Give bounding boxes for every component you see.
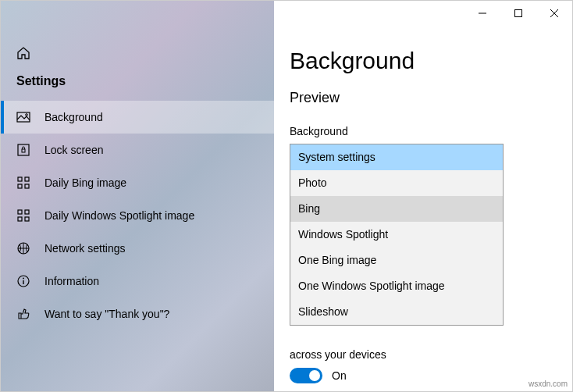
sidebar-item-daily-bing[interactable]: Daily Bing image <box>1 166 274 199</box>
dropdown-option-one-bing[interactable]: One Bing image <box>290 248 503 273</box>
svg-rect-2 <box>18 144 29 155</box>
globe-icon <box>16 241 30 255</box>
svg-rect-7 <box>25 184 29 188</box>
page-title: Background <box>290 48 572 74</box>
dropdown-option-slideshow[interactable]: Slideshow <box>290 299 503 325</box>
svg-rect-5 <box>25 177 29 181</box>
svg-rect-3 <box>22 149 25 152</box>
content: Background Preview Background System set… <box>274 1 572 326</box>
home-icon[interactable] <box>16 46 274 60</box>
sidebar-item-lock-screen[interactable]: Lock screen <box>1 134 274 166</box>
sidebar-item-background[interactable]: Background <box>1 101 274 134</box>
sidebar-item-label: Daily Bing image <box>44 176 126 189</box>
svg-rect-4 <box>18 177 22 181</box>
toggle-label: On <box>332 369 347 382</box>
svg-rect-8 <box>18 210 22 214</box>
settings-window: Settings Background Lock screen Daily Bi… <box>0 0 573 392</box>
sidebar-item-thanks[interactable]: Want to say "Thank you"? <box>1 298 274 330</box>
watermark: wsxdn.com <box>529 380 568 388</box>
svg-rect-10 <box>18 217 22 221</box>
svg-point-14 <box>23 278 24 280</box>
section-preview: Preview <box>290 90 572 106</box>
svg-rect-11 <box>25 217 29 221</box>
sidebar-item-label: Network settings <box>44 242 125 255</box>
grid-icon <box>16 176 30 190</box>
thumbs-up-icon <box>16 307 30 321</box>
picture-icon <box>16 110 30 124</box>
svg-rect-9 <box>25 210 29 214</box>
toggle-row: On <box>290 368 347 383</box>
sidebar-item-label: Lock screen <box>44 144 103 156</box>
grid-icon <box>16 208 30 223</box>
sidebar-item-network[interactable]: Network settings <box>1 232 274 265</box>
close-button[interactable] <box>536 1 572 26</box>
lock-screen-icon <box>16 143 30 157</box>
titlebar <box>464 1 572 26</box>
svg-rect-15 <box>515 10 522 17</box>
dropdown-option-system-settings[interactable]: System settings <box>290 144 503 170</box>
dropdown-option-photo[interactable]: Photo <box>290 170 503 196</box>
dropdown-option-windows-spotlight[interactable]: Windows Spotlight <box>290 222 503 248</box>
sidebar-item-label: Daily Windows Spotlight image <box>44 209 194 222</box>
dropdown-option-bing[interactable]: Bing <box>290 196 503 222</box>
svg-point-1 <box>26 114 28 116</box>
minimize-button[interactable] <box>464 1 500 26</box>
info-icon <box>16 274 30 288</box>
background-dropdown[interactable]: System settings Photo Bing Windows Spotl… <box>290 144 504 326</box>
settings-title: Settings <box>16 74 274 88</box>
sidebar-item-daily-spotlight[interactable]: Daily Windows Spotlight image <box>1 199 274 232</box>
dropdown-label: Background <box>290 125 572 137</box>
sidebar: Settings Background Lock screen Daily Bi… <box>1 1 274 391</box>
main-panel: Background Preview Background System set… <box>274 1 572 391</box>
svg-rect-6 <box>18 184 22 188</box>
sync-toggle[interactable] <box>290 368 322 383</box>
sidebar-item-label: Want to say "Thank you"? <box>44 308 169 320</box>
obscured-text-left: across your devices <box>290 348 386 361</box>
sidebar-item-label: Information <box>44 275 99 287</box>
sidebar-item-label: Background <box>44 111 103 123</box>
sidebar-item-information[interactable]: Information <box>1 265 274 298</box>
dropdown-option-one-spotlight[interactable]: One Windows Spotlight image <box>290 273 503 299</box>
maximize-button[interactable] <box>500 1 536 26</box>
